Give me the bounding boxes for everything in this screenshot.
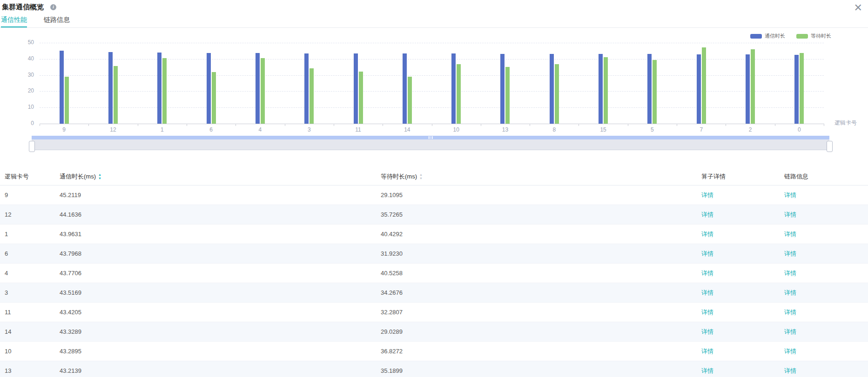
- operator-detail-link[interactable]: 详情: [701, 205, 713, 225]
- cell-wait-duration: 40.5258: [381, 264, 403, 283]
- info-icon[interactable]: i: [50, 4, 56, 10]
- x-axis-tick: [383, 124, 383, 126]
- sort-icon[interactable]: ▲▼: [419, 173, 423, 180]
- x-axis-tick-label: 3: [295, 126, 323, 133]
- bar-group[interactable]: [354, 43, 363, 124]
- x-axis-tick: [579, 124, 579, 126]
- x-axis-tick-label: 11: [344, 126, 372, 133]
- link-info-detail-link[interactable]: 详情: [784, 322, 796, 342]
- y-axis-tick-label: 20: [13, 87, 34, 94]
- operator-detail-link[interactable]: 详情: [701, 342, 713, 361]
- wait-duration-bar: [505, 67, 510, 124]
- column-header-label: 逻辑卡号: [5, 167, 29, 185]
- column-header-label: 通信时长(ms): [60, 167, 96, 185]
- column-header-label: 等待时长(ms): [381, 167, 417, 185]
- bar-group[interactable]: [60, 43, 69, 124]
- datazoom-move-handle-icon[interactable]: [429, 136, 433, 139]
- datazoom-selected-strip[interactable]: [32, 136, 829, 139]
- legend-item[interactable]: 等待时长: [796, 33, 831, 40]
- operator-detail-link[interactable]: 详情: [701, 361, 713, 377]
- tab-bar: 通信性能链路信息: [0, 16, 868, 28]
- chart-plot-area: [40, 43, 824, 124]
- x-axis-tick-label: 8: [540, 126, 568, 133]
- bar-group[interactable]: [599, 43, 608, 124]
- operator-detail-link[interactable]: 详情: [701, 322, 713, 342]
- link-info-detail-link[interactable]: 详情: [784, 264, 796, 283]
- cell-wait-duration: 29.0289: [381, 322, 403, 342]
- tab-link-info[interactable]: 链路信息: [44, 16, 70, 27]
- legend-label: 通信时长: [765, 33, 785, 40]
- wait-duration-bar: [310, 68, 314, 124]
- sort-icon[interactable]: ▲▼: [98, 173, 101, 180]
- y-axis-tick-label: 40: [13, 55, 34, 62]
- cell-comm-duration: 44.1636: [60, 205, 81, 225]
- wait-duration-bar: [702, 47, 706, 124]
- operator-detail-link[interactable]: 详情: [701, 225, 713, 244]
- table-body: 945.211929.1095详情详情1244.163635.7265详情详情1…: [0, 185, 868, 377]
- cell-logical-card: 3: [5, 283, 8, 303]
- cell-wait-duration: 32.2807: [381, 303, 403, 322]
- cell-logical-card: 1: [5, 225, 8, 244]
- bar-group[interactable]: [304, 43, 314, 124]
- table-row: 1343.213935.1899详情详情: [0, 361, 868, 377]
- link-info-detail-link[interactable]: 详情: [784, 283, 796, 303]
- cell-comm-duration: 43.4205: [60, 303, 81, 322]
- bar-group[interactable]: [207, 43, 216, 124]
- link-info-detail-link[interactable]: 详情: [784, 185, 796, 205]
- link-info-detail-link[interactable]: 详情: [784, 361, 796, 377]
- link-info-detail-link[interactable]: 详情: [784, 225, 796, 244]
- cell-wait-duration: 34.2676: [381, 283, 403, 303]
- legend-item[interactable]: 通信时长: [750, 33, 785, 40]
- legend-swatch: [796, 34, 808, 39]
- x-axis-tick-label: 2: [736, 126, 764, 133]
- wait-duration-bar: [604, 57, 608, 124]
- wait-duration-bar: [408, 77, 412, 124]
- operator-detail-link[interactable]: 详情: [701, 303, 713, 322]
- y-axis-tick-label: 10: [13, 104, 34, 110]
- bar-group[interactable]: [550, 43, 559, 124]
- comm-duration-bar: [647, 54, 652, 124]
- column-header-label: 算子详情: [701, 167, 726, 185]
- bar-group[interactable]: [403, 43, 412, 124]
- link-info-detail-link[interactable]: 详情: [784, 205, 796, 225]
- operator-detail-link[interactable]: 详情: [701, 283, 713, 303]
- tab-communication-performance[interactable]: 通信性能: [1, 16, 27, 27]
- bar-group[interactable]: [746, 43, 755, 124]
- bar-group[interactable]: [697, 43, 706, 124]
- datazoom-slider: [32, 136, 829, 153]
- datazoom-track[interactable]: [32, 139, 829, 150]
- operator-detail-link[interactable]: 详情: [701, 264, 713, 283]
- cell-wait-duration: 35.1899: [381, 361, 403, 377]
- bar-group[interactable]: [256, 43, 265, 124]
- x-axis-tick: [775, 124, 775, 126]
- link-info-detail-link[interactable]: 详情: [784, 303, 796, 322]
- close-icon[interactable]: ✕: [854, 3, 862, 13]
- datazoom-left-handle[interactable]: [29, 141, 35, 152]
- x-axis-tick: [187, 124, 187, 126]
- bar-group[interactable]: [500, 43, 510, 124]
- datazoom-right-handle[interactable]: [827, 141, 833, 152]
- operator-detail-link[interactable]: 详情: [701, 185, 713, 205]
- bar-group[interactable]: [157, 43, 167, 124]
- comm-duration-bar: [403, 53, 407, 124]
- bar-group[interactable]: [794, 43, 804, 124]
- x-axis-tick: [726, 124, 726, 126]
- operator-detail-link[interactable]: 详情: [701, 244, 713, 264]
- cell-comm-duration: 43.5169: [60, 283, 81, 303]
- bar-group[interactable]: [108, 43, 118, 124]
- x-axis-tick: [40, 124, 40, 126]
- bar-group[interactable]: [647, 43, 657, 124]
- link-info-detail-link[interactable]: 详情: [784, 244, 796, 264]
- bar-group[interactable]: [451, 43, 461, 124]
- wait-duration-bar: [114, 66, 118, 124]
- column-header: 等待时长(ms)▲▼: [381, 167, 423, 185]
- wait-duration-bar: [653, 60, 657, 124]
- link-info-detail-link[interactable]: 详情: [784, 342, 796, 361]
- y-axis-tick-label: 50: [13, 39, 34, 46]
- cell-comm-duration: 43.3289: [60, 322, 81, 342]
- table-row: 643.796831.9230详情详情: [0, 244, 868, 264]
- cell-wait-duration: 36.8272: [381, 342, 403, 361]
- table-row: 945.211929.1095详情详情: [0, 185, 868, 205]
- x-axis-tick-label: 9: [50, 126, 78, 133]
- x-axis-tick: [432, 124, 432, 126]
